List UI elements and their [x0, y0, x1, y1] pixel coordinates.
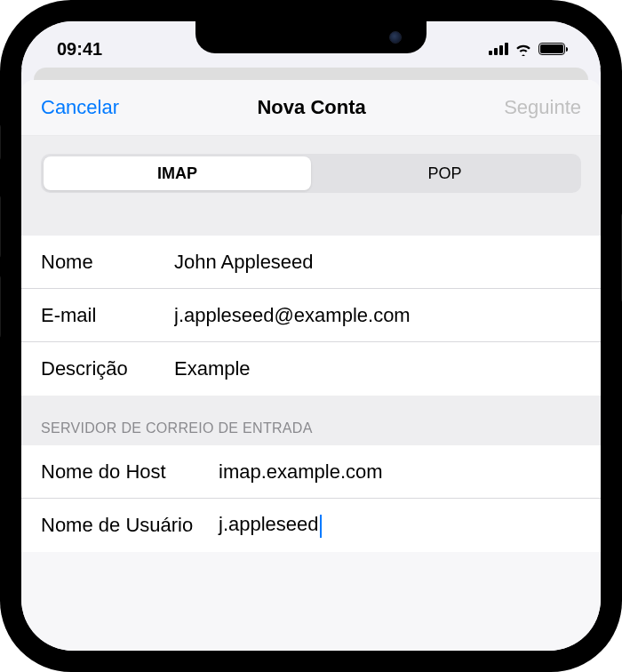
modal-sheet: Cancelar Nova Conta Seguinte IMAP POP	[21, 80, 601, 651]
description-input[interactable]	[174, 357, 581, 380]
status-icons	[489, 43, 565, 56]
volume-up-button	[0, 196, 1, 258]
description-label: Descrição	[41, 357, 174, 380]
nav-bar: Cancelar Nova Conta Seguinte	[21, 80, 601, 136]
front-camera-icon	[389, 31, 402, 44]
email-label: E-mail	[41, 304, 174, 327]
name-label: Nome	[41, 251, 174, 274]
page-title: Nova Conta	[257, 96, 365, 119]
battery-icon	[538, 43, 565, 55]
email-row[interactable]: E-mail	[21, 289, 601, 342]
screen: 09:41 Cancelar Nova Conta	[21, 21, 601, 651]
host-row[interactable]: Nome do Host	[21, 445, 601, 499]
segment-imap[interactable]: IMAP	[44, 156, 311, 190]
name-row[interactable]: Nome	[21, 236, 601, 289]
mute-switch	[0, 124, 1, 160]
incoming-server-header: SERVIDOR DE CORREIO DE ENTRADA	[21, 396, 601, 445]
email-input[interactable]	[174, 304, 581, 327]
cellular-signal-icon	[489, 43, 508, 55]
protocol-segmented-control[interactable]: IMAP POP	[41, 154, 581, 193]
background-sheet	[34, 68, 588, 80]
cancel-button[interactable]: Cancelar	[41, 96, 119, 119]
next-button[interactable]: Seguinte	[504, 96, 581, 119]
username-row[interactable]: Nome de Usuário j.appleseed	[21, 499, 601, 552]
incoming-server-group: Nome do Host Nome de Usuário j.appleseed	[21, 445, 601, 552]
notch	[195, 21, 427, 53]
name-input[interactable]	[174, 251, 581, 274]
username-input[interactable]: j.appleseed	[219, 513, 581, 537]
host-input[interactable]	[219, 460, 581, 484]
description-row[interactable]: Descrição	[21, 342, 601, 396]
status-time: 09:41	[57, 39, 102, 60]
volume-down-button	[0, 276, 1, 338]
wifi-icon	[514, 43, 532, 56]
phone-frame: 09:41 Cancelar Nova Conta	[0, 0, 622, 672]
text-cursor	[320, 515, 323, 538]
host-label: Nome do Host	[41, 460, 219, 484]
segment-pop[interactable]: POP	[311, 156, 578, 190]
form-content: IMAP POP Nome E-mail	[21, 136, 601, 552]
username-label: Nome de Usuário	[41, 514, 219, 537]
account-info-group: Nome E-mail Descrição	[21, 236, 601, 396]
